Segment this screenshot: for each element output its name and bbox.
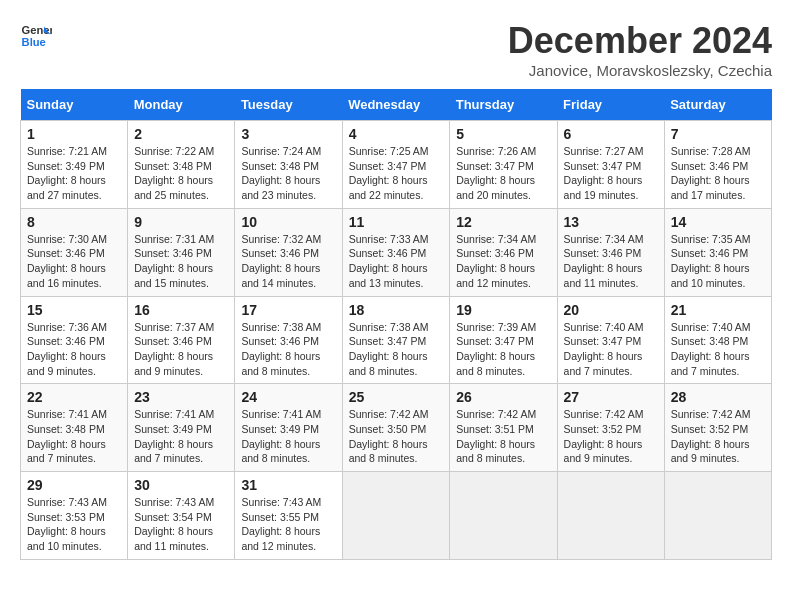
title-block: December 2024 Janovice, Moravskoslezsky,… — [508, 20, 772, 79]
day-info: Sunrise: 7:33 AM Sunset: 3:46 PM Dayligh… — [349, 232, 444, 291]
header-thursday: Thursday — [450, 89, 557, 121]
header-tuesday: Tuesday — [235, 89, 342, 121]
day-number: 25 — [349, 389, 444, 405]
day-info: Sunrise: 7:38 AM Sunset: 3:47 PM Dayligh… — [349, 320, 444, 379]
calendar-cell: 20 Sunrise: 7:40 AM Sunset: 3:47 PM Dayl… — [557, 296, 664, 384]
calendar-cell: 9 Sunrise: 7:31 AM Sunset: 3:46 PM Dayli… — [128, 208, 235, 296]
day-info: Sunrise: 7:38 AM Sunset: 3:46 PM Dayligh… — [241, 320, 335, 379]
calendar-cell: 22 Sunrise: 7:41 AM Sunset: 3:48 PM Dayl… — [21, 384, 128, 472]
day-number: 8 — [27, 214, 121, 230]
calendar-week-1: 1 Sunrise: 7:21 AM Sunset: 3:49 PM Dayli… — [21, 121, 772, 209]
calendar-cell: 6 Sunrise: 7:27 AM Sunset: 3:47 PM Dayli… — [557, 121, 664, 209]
day-info: Sunrise: 7:27 AM Sunset: 3:47 PM Dayligh… — [564, 144, 658, 203]
day-number: 20 — [564, 302, 658, 318]
day-number: 6 — [564, 126, 658, 142]
day-number: 16 — [134, 302, 228, 318]
calendar-cell: 15 Sunrise: 7:36 AM Sunset: 3:46 PM Dayl… — [21, 296, 128, 384]
calendar-cell: 11 Sunrise: 7:33 AM Sunset: 3:46 PM Dayl… — [342, 208, 450, 296]
day-number: 17 — [241, 302, 335, 318]
calendar-week-4: 22 Sunrise: 7:41 AM Sunset: 3:48 PM Dayl… — [21, 384, 772, 472]
day-info: Sunrise: 7:43 AM Sunset: 3:53 PM Dayligh… — [27, 495, 121, 554]
day-number: 19 — [456, 302, 550, 318]
day-info: Sunrise: 7:42 AM Sunset: 3:51 PM Dayligh… — [456, 407, 550, 466]
calendar-week-2: 8 Sunrise: 7:30 AM Sunset: 3:46 PM Dayli… — [21, 208, 772, 296]
calendar-cell: 18 Sunrise: 7:38 AM Sunset: 3:47 PM Dayl… — [342, 296, 450, 384]
day-info: Sunrise: 7:43 AM Sunset: 3:55 PM Dayligh… — [241, 495, 335, 554]
day-number: 7 — [671, 126, 765, 142]
logo-icon: General Blue — [20, 20, 52, 52]
svg-text:Blue: Blue — [22, 36, 46, 48]
header-saturday: Saturday — [664, 89, 771, 121]
calendar-cell: 19 Sunrise: 7:39 AM Sunset: 3:47 PM Dayl… — [450, 296, 557, 384]
day-info: Sunrise: 7:40 AM Sunset: 3:48 PM Dayligh… — [671, 320, 765, 379]
calendar-cell: 3 Sunrise: 7:24 AM Sunset: 3:48 PM Dayli… — [235, 121, 342, 209]
day-info: Sunrise: 7:42 AM Sunset: 3:52 PM Dayligh… — [671, 407, 765, 466]
calendar-cell — [557, 472, 664, 560]
day-info: Sunrise: 7:41 AM Sunset: 3:49 PM Dayligh… — [134, 407, 228, 466]
calendar-cell: 24 Sunrise: 7:41 AM Sunset: 3:49 PM Dayl… — [235, 384, 342, 472]
calendar-cell — [664, 472, 771, 560]
day-info: Sunrise: 7:36 AM Sunset: 3:46 PM Dayligh… — [27, 320, 121, 379]
day-number: 31 — [241, 477, 335, 493]
calendar-cell: 21 Sunrise: 7:40 AM Sunset: 3:48 PM Dayl… — [664, 296, 771, 384]
month-title: December 2024 — [508, 20, 772, 62]
calendar-cell: 2 Sunrise: 7:22 AM Sunset: 3:48 PM Dayli… — [128, 121, 235, 209]
calendar-cell: 5 Sunrise: 7:26 AM Sunset: 3:47 PM Dayli… — [450, 121, 557, 209]
calendar-cell — [342, 472, 450, 560]
day-number: 24 — [241, 389, 335, 405]
calendar-cell: 7 Sunrise: 7:28 AM Sunset: 3:46 PM Dayli… — [664, 121, 771, 209]
calendar-cell: 8 Sunrise: 7:30 AM Sunset: 3:46 PM Dayli… — [21, 208, 128, 296]
calendar-cell: 28 Sunrise: 7:42 AM Sunset: 3:52 PM Dayl… — [664, 384, 771, 472]
day-number: 29 — [27, 477, 121, 493]
day-number: 2 — [134, 126, 228, 142]
day-number: 28 — [671, 389, 765, 405]
calendar-cell: 14 Sunrise: 7:35 AM Sunset: 3:46 PM Dayl… — [664, 208, 771, 296]
day-info: Sunrise: 7:39 AM Sunset: 3:47 PM Dayligh… — [456, 320, 550, 379]
calendar-header-row: SundayMondayTuesdayWednesdayThursdayFrid… — [21, 89, 772, 121]
day-info: Sunrise: 7:30 AM Sunset: 3:46 PM Dayligh… — [27, 232, 121, 291]
calendar-week-3: 15 Sunrise: 7:36 AM Sunset: 3:46 PM Dayl… — [21, 296, 772, 384]
day-number: 12 — [456, 214, 550, 230]
calendar-cell: 29 Sunrise: 7:43 AM Sunset: 3:53 PM Dayl… — [21, 472, 128, 560]
calendar-cell: 17 Sunrise: 7:38 AM Sunset: 3:46 PM Dayl… — [235, 296, 342, 384]
day-info: Sunrise: 7:34 AM Sunset: 3:46 PM Dayligh… — [564, 232, 658, 291]
day-number: 27 — [564, 389, 658, 405]
day-number: 13 — [564, 214, 658, 230]
day-info: Sunrise: 7:24 AM Sunset: 3:48 PM Dayligh… — [241, 144, 335, 203]
day-info: Sunrise: 7:34 AM Sunset: 3:46 PM Dayligh… — [456, 232, 550, 291]
day-number: 23 — [134, 389, 228, 405]
day-info: Sunrise: 7:42 AM Sunset: 3:52 PM Dayligh… — [564, 407, 658, 466]
day-info: Sunrise: 7:42 AM Sunset: 3:50 PM Dayligh… — [349, 407, 444, 466]
day-info: Sunrise: 7:41 AM Sunset: 3:48 PM Dayligh… — [27, 407, 121, 466]
calendar-cell: 27 Sunrise: 7:42 AM Sunset: 3:52 PM Dayl… — [557, 384, 664, 472]
day-number: 22 — [27, 389, 121, 405]
calendar-cell: 13 Sunrise: 7:34 AM Sunset: 3:46 PM Dayl… — [557, 208, 664, 296]
svg-text:General: General — [22, 24, 52, 36]
day-info: Sunrise: 7:25 AM Sunset: 3:47 PM Dayligh… — [349, 144, 444, 203]
header-monday: Monday — [128, 89, 235, 121]
header-friday: Friday — [557, 89, 664, 121]
day-info: Sunrise: 7:37 AM Sunset: 3:46 PM Dayligh… — [134, 320, 228, 379]
day-number: 11 — [349, 214, 444, 230]
calendar-table: SundayMondayTuesdayWednesdayThursdayFrid… — [20, 89, 772, 560]
header-sunday: Sunday — [21, 89, 128, 121]
calendar-cell: 12 Sunrise: 7:34 AM Sunset: 3:46 PM Dayl… — [450, 208, 557, 296]
calendar-cell: 30 Sunrise: 7:43 AM Sunset: 3:54 PM Dayl… — [128, 472, 235, 560]
day-number: 30 — [134, 477, 228, 493]
location-title: Janovice, Moravskoslezsky, Czechia — [508, 62, 772, 79]
header-wednesday: Wednesday — [342, 89, 450, 121]
day-number: 15 — [27, 302, 121, 318]
calendar-cell: 25 Sunrise: 7:42 AM Sunset: 3:50 PM Dayl… — [342, 384, 450, 472]
day-info: Sunrise: 7:22 AM Sunset: 3:48 PM Dayligh… — [134, 144, 228, 203]
day-number: 4 — [349, 126, 444, 142]
day-number: 14 — [671, 214, 765, 230]
page-header: General Blue December 2024 Janovice, Mor… — [20, 20, 772, 79]
day-info: Sunrise: 7:28 AM Sunset: 3:46 PM Dayligh… — [671, 144, 765, 203]
day-info: Sunrise: 7:31 AM Sunset: 3:46 PM Dayligh… — [134, 232, 228, 291]
day-number: 3 — [241, 126, 335, 142]
calendar-cell: 16 Sunrise: 7:37 AM Sunset: 3:46 PM Dayl… — [128, 296, 235, 384]
day-number: 9 — [134, 214, 228, 230]
day-info: Sunrise: 7:21 AM Sunset: 3:49 PM Dayligh… — [27, 144, 121, 203]
calendar-cell: 1 Sunrise: 7:21 AM Sunset: 3:49 PM Dayli… — [21, 121, 128, 209]
calendar-cell: 4 Sunrise: 7:25 AM Sunset: 3:47 PM Dayli… — [342, 121, 450, 209]
